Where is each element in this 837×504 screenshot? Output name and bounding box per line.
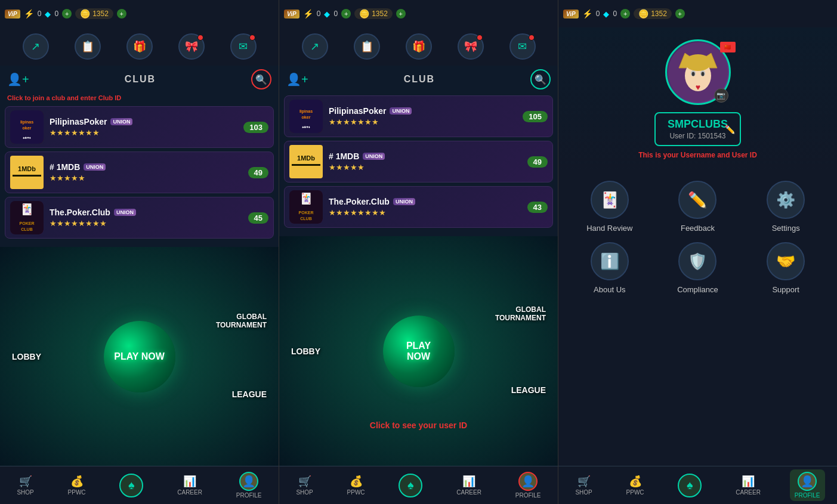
spade-btn-2[interactable]: ♠ (399, 474, 422, 497)
vip-badge-3[interactable]: ViP (563, 10, 579, 18)
club-header-2: 👤+ CLUB 🔍 (279, 66, 558, 93)
feedback-icon: ✏️ (678, 181, 716, 219)
coin-plus-btn-1[interactable]: + (117, 9, 126, 18)
spade-btn-3[interactable]: ♠ (678, 474, 702, 497)
news-btn-1[interactable]: 📋 (75, 33, 101, 60)
user-add-icon-2[interactable]: 👤+ (286, 72, 308, 86)
nav-spade-3[interactable]: ♠ (673, 471, 706, 500)
username-box[interactable]: SMPCLUBS User ID: 1501543 ✏️ (654, 112, 741, 146)
gem-plus-btn-3[interactable]: + (620, 9, 630, 18)
vip-badge-1[interactable]: ViP (5, 10, 20, 18)
svg-text:🃏: 🃏 (299, 192, 313, 205)
club-item-imdb-2[interactable]: 1MDb # 1MDB UNION ★★★★★ 49 (284, 141, 553, 183)
club-info-imdb-1: # 1MDB UNION ★★★★★ (50, 162, 248, 183)
settings-label: Settings (772, 224, 800, 233)
nav-profile-3[interactable]: 👤 PROFILE (790, 469, 825, 501)
stars-tpc-2: ★★★★★★★★ (329, 208, 527, 217)
support-btn[interactable]: 🤝 Support (746, 242, 825, 294)
league-label-2[interactable]: LEAGUE (511, 385, 546, 395)
club-item-tpc-2[interactable]: 🃏 POKER CLUB The.Poker.Club UNION ★★★★★★… (284, 186, 553, 228)
hand-review-btn[interactable]: 🃏 Hand Review (570, 181, 649, 233)
club-item-pp-1[interactable]: lipinas oker ♠♣♥♦ PilipinasPoker UNION ★… (5, 106, 274, 148)
nav-ppwc-2[interactable]: 💰 PPWC (342, 472, 370, 498)
about-us-btn[interactable]: ℹ️ About Us (570, 242, 649, 294)
vip-badge-2[interactable]: ViP (284, 10, 299, 18)
hand-review-label: Hand Review (586, 224, 632, 233)
user-add-icon-1[interactable]: 👤+ (7, 72, 29, 86)
gem-stat-1: 0 (54, 10, 58, 18)
feedback-btn[interactable]: ✏️ Feedback (659, 181, 737, 233)
member-count-imdb-1: 49 (248, 167, 268, 178)
gift-btn-2[interactable]: 🎁 (406, 33, 432, 60)
coin-plus-btn-2[interactable]: + (396, 9, 406, 18)
nav-shop-1[interactable]: 🛒 SHOP (12, 472, 38, 498)
nav-spade-1[interactable]: ♠ (115, 471, 148, 500)
feedback-label: Feedback (681, 224, 715, 233)
club-item-pp-2[interactable]: lipinas oker ♠♣♥♦ PilipinasPoker UNION ★… (284, 95, 553, 137)
nav-career-1[interactable]: 📊 CAREER (172, 472, 207, 498)
league-label-1[interactable]: LEAGUE (232, 389, 267, 399)
gem-plus-btn-1[interactable]: + (62, 9, 72, 18)
union-badge-tpc-1: UNION (114, 209, 136, 216)
gift2-btn-2[interactable]: 🎀 (458, 33, 484, 60)
notif-dot-mail-2 (529, 35, 535, 41)
coin-count-3: 🪙 1352 (634, 8, 672, 19)
coin-icon-1: 🪙 (80, 9, 90, 18)
share-btn-1[interactable]: ↗ (23, 33, 49, 60)
gift-btn-1[interactable]: 🎁 (126, 33, 153, 60)
nav-ppwc-1[interactable]: 💰 PPWC (63, 472, 91, 498)
global-label-2[interactable]: GLOBALTOURNAMENT (495, 305, 546, 322)
shop-icon-1: 🛒 (19, 475, 32, 488)
user-id-hint-2: Click to see your user ID (370, 420, 467, 430)
profile-icon-2: 👤 (518, 472, 538, 491)
lobby-label-1[interactable]: LOBBY (12, 352, 41, 361)
mail-btn-2[interactable]: ✉ (509, 33, 536, 60)
club-title-2: CLUB (308, 74, 530, 85)
lobby-label-2[interactable]: LOBBY (291, 347, 320, 356)
nav-ppwc-3[interactable]: 💰 PPWC (622, 472, 649, 498)
nav-spade-2[interactable]: ♠ (394, 471, 427, 500)
play-now-btn-2[interactable]: PLAYNOW (383, 316, 455, 387)
bolt-stat-2: 0 (317, 10, 321, 18)
nav-profile-label-2: PROFILE (515, 492, 541, 499)
nav-shop-3[interactable]: 🛒 SHOP (570, 472, 597, 498)
nav-shop-label-3: SHOP (575, 489, 592, 496)
mail-btn-1[interactable]: ✉ (230, 33, 257, 60)
global-label-1[interactable]: GLOBALTOURNAMENT (216, 313, 267, 329)
coin-icon-2: 🪙 (359, 9, 369, 18)
edit-icon: ✏️ (725, 125, 735, 134)
nav-profile-1[interactable]: 👤 PROFILE (231, 469, 267, 501)
svg-text:1MDb: 1MDb (297, 154, 315, 162)
club-info-pp-1: PilipinasPoker UNION ★★★★★★★ (50, 117, 243, 137)
gift2-btn-1[interactable]: 🎀 (178, 33, 205, 60)
svg-text:lipinas: lipinas (20, 120, 33, 125)
nav-shop-2[interactable]: 🛒 SHOP (291, 472, 317, 498)
compliance-btn[interactable]: 🛡️ Compliance (659, 242, 737, 294)
gem-icon-3: ◆ (603, 10, 609, 18)
play-now-btn-1[interactable]: PLAY NOW (104, 321, 175, 392)
nav-bar-1: 🛒 SHOP 💰 PPWC ♠ 📊 CAREER 👤 PROFILE (0, 466, 279, 504)
camera-badge[interactable]: 📷 (714, 88, 728, 103)
news-btn-2[interactable]: 📋 (354, 33, 380, 60)
nav-profile-label-3: PROFILE (795, 492, 820, 499)
svg-text:♠♣♥♦: ♠♣♥♦ (302, 125, 310, 129)
search-btn-1[interactable]: 🔍 (251, 69, 271, 89)
coin-plus-btn-3[interactable]: + (675, 9, 685, 18)
club-item-imdb-1[interactable]: 1MDb # 1MDB UNION ★★★★★ 49 (5, 151, 274, 193)
svg-text:oker: oker (23, 126, 32, 130)
nav-career-3[interactable]: 📊 CAREER (731, 472, 765, 498)
svg-point-27 (691, 72, 694, 76)
gem-plus-btn-2[interactable]: + (341, 9, 351, 18)
settings-btn[interactable]: ⚙️ Settings (746, 181, 825, 233)
club-item-tpc-1[interactable]: 🃏 POKER CLUB The.Poker.Club UNION ★★★★★★… (5, 197, 274, 239)
nav-career-2[interactable]: 📊 CAREER (452, 472, 486, 498)
nav-profile-2[interactable]: 👤 PROFILE (511, 469, 546, 501)
bolt-icon-3: ⚡ (582, 9, 592, 18)
club-info-tpc-1: The.Poker.Club UNION ★★★★★★★★ (50, 208, 248, 228)
spade-btn-1[interactable]: ♠ (119, 474, 143, 497)
gem-stat-3: 0 (613, 10, 617, 18)
search-btn-2[interactable]: 🔍 (530, 69, 551, 89)
svg-text:1MDb: 1MDb (18, 165, 36, 172)
share-btn-2[interactable]: ↗ (302, 33, 328, 60)
club-name-imdb-2: # 1MDB UNION (329, 151, 527, 161)
